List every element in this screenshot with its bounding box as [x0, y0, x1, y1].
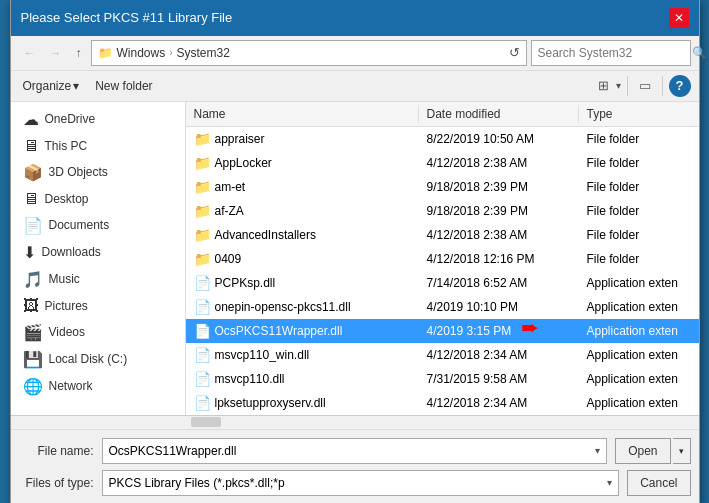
address-toolbar: ← → ↑ 📁 Windows › System32 ↺ 🔍 — [11, 36, 699, 71]
file-name-cell: 📄 msvcp110_win.dll — [186, 345, 419, 365]
table-row[interactable]: 📄 msvcp110.dll 7/31/2015 9:58 AM Applica… — [186, 367, 699, 391]
organize-arrow-icon: ▾ — [73, 79, 79, 93]
sidebar-item-localdisk[interactable]: 💾 Local Disk (C:) — [11, 346, 185, 373]
sidebar-icon-localdisk: 💾 — [23, 350, 43, 369]
sidebar-label-videos: Videos — [49, 325, 85, 339]
sidebar-icon-downloads: ⬇ — [23, 243, 36, 262]
sidebar-label-localdisk: Local Disk (C:) — [49, 352, 128, 366]
col-name[interactable]: Name — [186, 105, 419, 123]
file-name-cell: 📁 AdvancedInstallers — [186, 225, 419, 245]
up-button[interactable]: ↑ — [71, 43, 87, 63]
table-row[interactable]: 📄 OcsPKCS11Wrapper.dll 4/2019 3:15 PM Ap… — [186, 319, 699, 343]
file-name-cell: 📄 OcsPKCS11Wrapper.dll — [186, 321, 419, 341]
horizontal-scrollbar[interactable] — [11, 415, 699, 429]
table-row[interactable]: 📁 AdvancedInstallers 4/12/2018 2:38 AM F… — [186, 223, 699, 247]
close-button[interactable]: ✕ — [669, 8, 689, 28]
file-type-cell: File folder — [579, 225, 699, 245]
file-type-cell: Application exten — [579, 393, 699, 413]
sidebar-item-pictures[interactable]: 🖼 Pictures — [11, 293, 185, 319]
file-name: lpksetupproxyserv.dll — [215, 396, 326, 410]
file-icon: 📁 — [194, 227, 211, 243]
dialog-title: Please Select PKCS #11 Library File — [21, 10, 233, 25]
col-type[interactable]: Type — [579, 105, 699, 123]
file-type-cell: File folder — [579, 249, 699, 269]
open-button[interactable]: Open — [615, 438, 670, 464]
column-header: Name Date modified Type — [186, 102, 699, 127]
view-toggle-button[interactable]: ⊞ — [593, 75, 614, 96]
file-type-cell: File folder — [579, 177, 699, 197]
file-type-cell: Application exten — [579, 273, 699, 293]
file-type-cell: File folder — [579, 153, 699, 173]
filename-row: File name: OcsPKCS11Wrapper.dll ▾ Open ▾ — [19, 438, 691, 464]
open-button-group: Open ▾ — [615, 438, 690, 464]
file-name-cell: 📁 af-ZA — [186, 201, 419, 221]
file-icon: 📁 — [194, 203, 211, 219]
filetype-value: PKCS Library Files (*.pkcs*.dll;*p — [109, 476, 285, 490]
sidebar-item-onedrive[interactable]: ☁ OneDrive — [11, 106, 185, 133]
sidebar-item-desktop[interactable]: 🖥 Desktop — [11, 186, 185, 212]
search-bar[interactable]: 🔍 — [531, 40, 691, 66]
file-name-cell: 📁 0409 — [186, 249, 419, 269]
breadcrumb-separator: › — [169, 47, 172, 58]
file-type-cell: Application exten — [579, 369, 699, 389]
sidebar-item-videos[interactable]: 🎬 Videos — [11, 319, 185, 346]
file-date-cell: 4/12/2018 2:34 AM — [419, 345, 579, 365]
sidebar-item-downloads[interactable]: ⬇ Downloads — [11, 239, 185, 266]
search-icon: 🔍 — [692, 46, 707, 60]
filename-label: File name: — [19, 444, 94, 458]
file-name: PCPKsp.dll — [215, 276, 276, 290]
title-bar: Please Select PKCS #11 Library File ✕ — [11, 0, 699, 36]
forward-button[interactable]: → — [45, 43, 67, 63]
filetype-label: Files of type: — [19, 476, 94, 490]
sidebar-item-thispc[interactable]: 🖥 This PC — [11, 133, 185, 159]
file-name-cell: 📁 AppLocker — [186, 153, 419, 173]
separator2 — [662, 76, 663, 96]
file-date-cell: 7/14/2018 6:52 AM — [419, 273, 579, 293]
search-input[interactable] — [538, 46, 688, 60]
table-row[interactable]: 📄 msvcp110_win.dll 4/12/2018 2:34 AM App… — [186, 343, 699, 367]
file-name: am-et — [215, 180, 246, 194]
cancel-button[interactable]: Cancel — [627, 470, 690, 496]
table-row[interactable]: 📄 lpksetupproxyserv.dll 4/12/2018 2:34 A… — [186, 391, 699, 415]
sidebar-item-documents[interactable]: 📄 Documents — [11, 212, 185, 239]
file-icon: 📄 — [194, 323, 211, 339]
table-row[interactable]: 📁 af-ZA 9/18/2018 2:39 PM File folder — [186, 199, 699, 223]
col-date[interactable]: Date modified — [419, 105, 579, 123]
filetype-select[interactable]: PKCS Library Files (*.pkcs*.dll;*p ▾ — [102, 470, 620, 496]
file-name: msvcp110_win.dll — [215, 348, 310, 362]
file-icon: 📄 — [194, 347, 211, 363]
table-row[interactable]: 📄 onepin-opensc-pkcs11.dll 4/2019 10:10 … — [186, 295, 699, 319]
table-row[interactable]: 📄 PCPKsp.dll 7/14/2018 6:52 AM Applicati… — [186, 271, 699, 295]
sidebar-label-music: Music — [49, 272, 80, 286]
sidebar-label-thispc: This PC — [45, 139, 88, 153]
table-row[interactable]: 📁 AppLocker 4/12/2018 2:38 AM File folde… — [186, 151, 699, 175]
sidebar-item-3dobjects[interactable]: 📦 3D Objects — [11, 159, 185, 186]
separator — [627, 76, 628, 96]
sidebar-label-pictures: Pictures — [45, 299, 88, 313]
sidebar-icon-thispc: 🖥 — [23, 137, 39, 155]
file-icon: 📄 — [194, 371, 211, 387]
refresh-button[interactable]: ↺ — [509, 45, 520, 60]
address-bar[interactable]: 📁 Windows › System32 ↺ — [91, 40, 527, 66]
sidebar-icon-onedrive: ☁ — [23, 110, 39, 129]
preview-button[interactable]: ▭ — [634, 75, 656, 96]
sidebar-icon-desktop: 🖥 — [23, 190, 39, 208]
file-type-cell: File folder — [579, 201, 699, 221]
help-button[interactable]: ? — [669, 75, 691, 97]
new-folder-button[interactable]: New folder — [91, 77, 156, 95]
file-date-cell: 9/18/2018 2:39 PM — [419, 201, 579, 221]
organize-button[interactable]: Organize ▾ — [19, 77, 84, 95]
filename-input[interactable]: OcsPKCS11Wrapper.dll ▾ — [102, 438, 608, 464]
filename-value: OcsPKCS11Wrapper.dll — [109, 444, 237, 458]
table-row[interactable]: 📁 appraiser 8/22/2019 10:50 AM File fold… — [186, 127, 699, 151]
file-date-cell: 4/12/2018 12:16 PM — [419, 249, 579, 269]
back-button[interactable]: ← — [19, 43, 41, 63]
open-dropdown-button[interactable]: ▾ — [673, 438, 691, 464]
file-type-cell: File folder — [579, 129, 699, 149]
table-row[interactable]: 📁 am-et 9/18/2018 2:39 PM File folder — [186, 175, 699, 199]
sidebar-item-music[interactable]: 🎵 Music — [11, 266, 185, 293]
file-icon: 📁 — [194, 155, 211, 171]
sidebar-item-network[interactable]: 🌐 Network — [11, 373, 185, 400]
breadcrumb-windows: Windows — [117, 46, 166, 60]
table-row[interactable]: 📁 0409 4/12/2018 12:16 PM File folder — [186, 247, 699, 271]
